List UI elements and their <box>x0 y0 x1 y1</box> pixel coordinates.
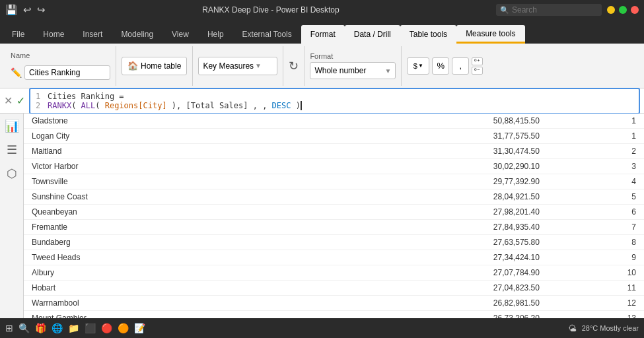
undo-icon[interactable]: ↩ <box>23 4 32 16</box>
city-cell: Maitland <box>24 144 304 159</box>
rank-cell: 6 <box>548 205 644 220</box>
minimize-btn[interactable] <box>607 6 615 14</box>
home-icon: 🏠 <box>127 61 138 71</box>
main-area: 📊 ☰ ⬡ Gladstone 50,88,415.50 1 Logan Cit… <box>0 114 644 318</box>
formula-line-1: 1 Cities Ranking = <box>36 92 633 101</box>
tab-table-tools[interactable]: Table tools <box>400 25 456 44</box>
sales-cell: 50,88,415.50 <box>304 114 548 129</box>
name-group: Name ✏️ <box>5 46 116 86</box>
table-row[interactable]: Victor Harbor 30,02,290.10 3 <box>24 159 644 174</box>
tab-data-drill[interactable]: Data / Drill <box>345 25 400 44</box>
city-cell: Gladstone <box>24 114 304 129</box>
search-taskbar-icon[interactable]: 🔍 <box>18 323 30 333</box>
city-cell: Bundaberg <box>24 235 304 250</box>
formula-cursor <box>301 101 302 110</box>
taskbar-icon-6[interactable]: 🟠 <box>118 323 129 333</box>
redo-icon[interactable]: ↪ <box>37 4 46 16</box>
table-row[interactable]: Hobart 27,04,823.50 11 <box>24 281 644 296</box>
table-row[interactable]: Logan City 31,77,575.50 1 <box>24 129 644 144</box>
tab-view[interactable]: View <box>162 25 198 44</box>
report-icon[interactable]: 📊 <box>5 119 19 133</box>
percent-symbol: % <box>437 61 445 71</box>
taskbar-icon-7[interactable]: 📝 <box>134 323 145 333</box>
rank-cell: 5 <box>548 189 644 205</box>
formula-confirm-button[interactable]: ✓ <box>17 94 25 107</box>
tab-file[interactable]: File <box>3 25 34 44</box>
taskbar-icon-2[interactable]: 🌐 <box>52 323 63 333</box>
city-cell: Victor Harbor <box>24 159 304 174</box>
city-cell: Tweed Heads <box>24 250 304 265</box>
table-row[interactable]: Fremantle 27,84,935.40 7 <box>24 220 644 235</box>
rank-cell: 1 <box>548 114 644 129</box>
table-row[interactable]: Bundaberg 27,63,575.80 8 <box>24 235 644 250</box>
table-row[interactable]: Albury 27,07,784.90 10 <box>24 265 644 281</box>
key-measures-label: Key Measures <box>203 61 254 71</box>
tab-insert[interactable]: Insert <box>73 25 112 44</box>
increase-decimals-button[interactable]: ⁰⁺ <box>472 57 483 65</box>
table-row[interactable]: Queanbeyan 27,98,201.40 6 <box>24 205 644 220</box>
percent-button[interactable]: % <box>432 57 449 75</box>
sales-cell: 27,98,201.40 <box>304 205 548 220</box>
taskbar-icon-5[interactable]: 🔴 <box>101 323 112 333</box>
currency-symbol: $ <box>413 62 417 70</box>
taskbar-icon-4[interactable]: ⬛ <box>85 323 96 333</box>
city-cell: Mount Gambier <box>24 311 304 319</box>
taskbar-icon-3[interactable]: 📁 <box>68 323 79 333</box>
tab-modeling[interactable]: Modeling <box>112 25 162 44</box>
data-icon[interactable]: ☰ <box>7 143 17 157</box>
key-measures-dropdown[interactable]: Key Measures ▼ <box>198 57 277 75</box>
formula-editor[interactable]: 1 Cities Ranking = 2 RANKX( ALL( Regions… <box>29 88 640 114</box>
name-input[interactable] <box>24 65 110 80</box>
city-cell: Fremantle <box>24 220 304 235</box>
formula-field: Regions[City] <box>105 101 167 110</box>
rank-cell: 10 <box>548 265 644 281</box>
weather-icon: 🌤 <box>568 323 577 333</box>
symbol-group: $ ▼ % , ⁰⁺ ⁰⁻ <box>402 46 488 86</box>
sales-cell: 28,04,921.50 <box>304 189 548 205</box>
tab-help[interactable]: Help <box>198 25 233 44</box>
currency-button[interactable]: $ ▼ <box>407 57 429 75</box>
data-table: Gladstone 50,88,415.50 1 Logan City 31,7… <box>24 114 644 318</box>
maximize-btn[interactable] <box>619 6 627 14</box>
rank-cell: 3 <box>548 159 644 174</box>
city-cell: Queanbeyan <box>24 205 304 220</box>
table-row[interactable]: Gladstone 50,88,415.50 1 <box>24 114 644 129</box>
model-icon[interactable]: ⬡ <box>7 166 17 181</box>
search-icon: 🔍 <box>500 6 509 15</box>
rank-cell: 8 <box>548 235 644 250</box>
tab-measure-tools[interactable]: Measure tools <box>456 25 524 44</box>
window-title: RANKX Deep Dive - Power BI Desktop <box>46 5 496 15</box>
table-row[interactable]: Maitland 31,30,474.50 2 <box>24 144 644 159</box>
tab-format[interactable]: Format <box>301 25 345 44</box>
close-btn[interactable] <box>631 6 639 14</box>
sales-cell: 31,77,575.50 <box>304 129 548 144</box>
table-row[interactable]: Mount Gambier 26,73,206.20 13 <box>24 311 644 319</box>
rank-cell: 7 <box>548 220 644 235</box>
search-area[interactable]: 🔍 <box>496 4 602 16</box>
format-value: Whole number <box>314 66 366 75</box>
formula-line1-text: Cities Ranking = <box>48 92 124 101</box>
format-dropdown[interactable]: Whole number ▼ <box>310 62 396 79</box>
taskbar-icon-1[interactable]: 🎁 <box>35 323 46 333</box>
home-table-button[interactable]: 🏠 Home table <box>122 57 187 75</box>
refresh-icon[interactable]: ↻ <box>289 59 299 73</box>
formula-desc: DESC <box>272 101 291 110</box>
decrease-decimals-button[interactable]: ⁰⁻ <box>472 67 483 75</box>
currency-arrow-icon: ▼ <box>418 63 423 69</box>
tab-home[interactable]: Home <box>34 25 73 44</box>
status-bar: ⊞ 🔍 🎁 🌐 📁 ⬛ 🔴 🟠 📝 🌤 28°C Mostly clear <box>0 318 644 338</box>
table-row[interactable]: Warrnambool 26,82,981.50 12 <box>24 296 644 311</box>
rank-cell: 9 <box>548 250 644 265</box>
tab-external-tools[interactable]: External Tools <box>233 25 301 44</box>
table-row[interactable]: Sunshine Coast 28,04,921.50 5 <box>24 189 644 205</box>
table-row[interactable]: Tweed Heads 27,34,424.10 9 <box>24 250 644 265</box>
data-area: Gladstone 50,88,415.50 1 Logan City 31,7… <box>24 114 644 318</box>
ribbon-tabs: File Home Insert Modeling View Help Exte… <box>0 20 644 44</box>
windows-icon[interactable]: ⊞ <box>5 323 13 333</box>
search-input[interactable] <box>512 5 578 15</box>
save-icon[interactable]: 💾 <box>5 4 18 16</box>
formula-close-button[interactable]: ✕ <box>4 94 13 107</box>
comma-button[interactable]: , <box>452 57 469 75</box>
sales-cell: 27,07,784.90 <box>304 265 548 281</box>
table-row[interactable]: Townsville 29,77,392.90 4 <box>24 174 644 189</box>
